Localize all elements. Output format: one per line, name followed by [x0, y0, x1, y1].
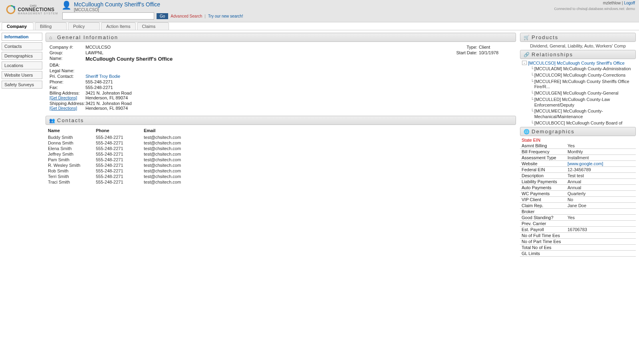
get-directions-shipping[interactable]: [Get Directions]	[50, 106, 77, 111]
contact-row[interactable]: Donna Smith555-248-2271test@chsitech.com	[46, 140, 516, 146]
tab-action-items[interactable]: Action Items	[101, 22, 136, 30]
sidebar-item-contacts[interactable]: Contacts	[2, 42, 42, 50]
demo-link[interactable]: [www.google.com]	[568, 161, 603, 166]
general-info-header: ⌂ General Information	[46, 33, 516, 42]
contact-phone: 555-248-2271	[93, 162, 141, 168]
relationships-title: Relationships	[532, 51, 573, 57]
app-header: CHSI CONNECTIONS MANAGEMENT SYSTEM 👤 McC…	[0, 0, 639, 22]
demo-value: Annual	[566, 179, 636, 185]
contact-name: Elena Smith	[46, 146, 93, 151]
contact-email: test@chsitech.com	[141, 151, 516, 157]
contact-row[interactable]: Terri Smith555-248-2271test@chsitech.com	[46, 174, 516, 179]
tab-billing[interactable]: Billing	[35, 22, 67, 30]
products-text: Dividend, General, Liability, Auto, Work…	[520, 42, 636, 50]
rel-child[interactable]: └[MCCULFRE] McCullough County Sheriffs O…	[522, 79, 633, 90]
tab-policy[interactable]: Policy	[68, 22, 100, 30]
demo-value: Jane Doe	[566, 203, 636, 209]
demo-value	[566, 209, 636, 215]
demo-row: Bill FrequencyMonthly	[520, 149, 636, 155]
rel-child[interactable]: └[MCCULBOCC] McCullough County Board of …	[522, 121, 633, 127]
contact-row[interactable]: Traci Smith555-248-2271test@chsitech.com	[46, 179, 516, 185]
relationships-header: 🔗 Relationships	[520, 50, 636, 59]
rel-child[interactable]: └[MCCULMEC] McCullough County-Mechanical…	[522, 109, 633, 120]
gi-value-shipping: 3421 N. Johnston RoadHenderson, FL 89074	[85, 101, 132, 111]
sidebar-item-safety-surveys[interactable]: Safety Surveys	[2, 81, 42, 89]
gi-label-phone: Phone:	[50, 79, 85, 84]
rel-child[interactable]: └[MCCULADM] McCullough County-Administra…	[522, 66, 633, 72]
demo-value	[566, 221, 636, 227]
connection-status: Connected to chsisql.database.windows.ne…	[554, 7, 635, 11]
gi-label-name: Name:	[50, 56, 85, 62]
brand-logo[interactable]: CHSI CONNECTIONS MANAGEMENT SYSTEM	[2, 1, 62, 15]
demo-row: GL Limits	[520, 251, 636, 257]
gi-label-startdate: Start Date:	[451, 50, 479, 55]
rel-root[interactable]: - [MCCULCSO] McCullough County Sheriff's…	[522, 61, 633, 65]
link-icon: 🔗	[524, 52, 529, 57]
contact-row[interactable]: Elena Smith555-248-2271test@chsitech.com	[46, 146, 516, 151]
general-info-title: General Information	[57, 34, 118, 40]
demographics-header: 🌐 Demographics	[520, 127, 636, 136]
contact-email: test@chsitech.com	[141, 174, 516, 179]
tab-company[interactable]: Company	[2, 22, 34, 30]
company-code: [MCCULCSO]	[74, 8, 160, 12]
demo-value: 16706783	[566, 227, 636, 233]
gi-label-dba: DBA:	[50, 63, 85, 67]
demo-value: No	[566, 197, 636, 203]
demo-row: Liability PaymentsAnnual	[520, 179, 636, 185]
contact-row[interactable]: Buddy Smith555-248-2271test@chsitech.com	[46, 135, 516, 140]
pipe-divider: |	[204, 14, 206, 18]
demo-label: No of Part Time Ees	[520, 239, 566, 245]
sidebar: InformationContactsDemographicsLocations…	[0, 30, 44, 93]
demo-value: 12-3456789	[566, 167, 636, 173]
demo-label: GL Limits	[520, 251, 566, 257]
header-right: mzlethlow | Logoff Connected to chsisql.…	[554, 1, 635, 11]
contact-name: R. Wesley Smith	[46, 162, 93, 168]
gi-label-fax: Fax:	[50, 85, 85, 90]
go-button[interactable]: Go	[157, 13, 168, 19]
globe-icon: 🌐	[524, 129, 529, 135]
relationships-tree[interactable]: - [MCCULCSO] McCullough County Sheriff's…	[520, 59, 636, 127]
contact-row[interactable]: Rob Smith555-248-2271test@chsitech.com	[46, 168, 516, 174]
sidebar-item-information[interactable]: Information	[2, 33, 42, 41]
demo-value: Yes	[566, 215, 636, 221]
gi-label-billing: Billing Address: [Get Directions]	[50, 91, 85, 100]
contact-email: test@chsitech.com	[141, 146, 516, 151]
demo-row: Federal EIN12-3456789	[520, 167, 636, 173]
contact-name: Terri Smith	[46, 174, 93, 179]
demo-label: Assessment Type	[520, 155, 566, 161]
contact-row[interactable]: R. Wesley Smith555-248-2271test@chsitech…	[46, 162, 516, 168]
sidebar-item-website-users[interactable]: Website Users	[2, 71, 42, 79]
sidebar-item-locations[interactable]: Locations	[2, 61, 42, 69]
rel-child[interactable]: └[MCCULCOR] McCullough County-Correction…	[522, 73, 633, 78]
company-title[interactable]: McCullough County Sheriff's Office	[74, 1, 160, 8]
gi-value-billing: 3421 N. Johnston RoadHenderson, FL 89074	[85, 91, 132, 100]
logoff-link[interactable]: Logoff	[624, 1, 635, 5]
demo-label: Federal EIN	[520, 167, 566, 173]
tab-claims[interactable]: Claims	[137, 22, 169, 30]
username: mzlethlow	[603, 1, 621, 5]
contact-phone: 555-248-2271	[93, 168, 141, 174]
tree-collapse-icon[interactable]: -	[522, 61, 527, 65]
get-directions-billing[interactable]: [Get Directions]	[50, 96, 77, 100]
products-header: 🛒 Products	[520, 33, 636, 42]
demo-row: Good Standing?Yes	[520, 215, 636, 221]
sidebar-item-demographics[interactable]: Demographics	[2, 52, 42, 60]
demo-label: Good Standing?	[520, 215, 566, 221]
gi-label-shipping: Shipping Address: [Get Directions]	[50, 101, 85, 111]
contact-row[interactable]: Jeffrey Smith555-248-2271test@chsitech.c…	[46, 151, 516, 157]
rel-child[interactable]: └[MCCULGEN] McCullough County-General	[522, 91, 633, 96]
demo-value	[566, 233, 636, 239]
contact-row[interactable]: Pam Smith555-248-2271test@chsitech.com	[46, 157, 516, 162]
search-input[interactable]	[62, 12, 154, 20]
demo-label: WC Payments	[520, 191, 566, 197]
contact-name: Rob Smith	[46, 168, 93, 174]
contact-name: Donna Smith	[46, 140, 93, 146]
advanced-search-link[interactable]: Advanced Search	[171, 14, 202, 18]
demo-label: Website	[520, 161, 566, 167]
gi-value-contact[interactable]: Sheriff Troy Bodie	[85, 74, 120, 79]
demo-label: No of Full Time Ees	[520, 233, 566, 239]
rel-child[interactable]: └[MCCULLED] McCullough County-Law Enforc…	[522, 97, 633, 108]
demo-label: Prev. Carrier	[520, 221, 566, 227]
demo-row: Assessment TypeInstallment	[520, 155, 636, 161]
try-new-search-link[interactable]: Try our new search!	[208, 14, 243, 18]
